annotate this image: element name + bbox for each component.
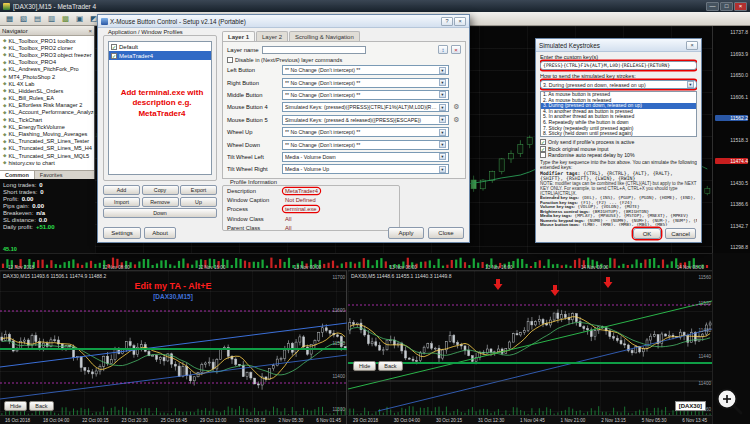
close-button[interactable]: ×: [686, 41, 698, 50]
zoom-icon[interactable]: [714, 386, 744, 416]
trade-info-value: 0.00: [32, 203, 44, 210]
about-button[interactable]: About: [144, 227, 176, 239]
time-label: 29 Oct 2018: [353, 418, 378, 423]
mouse-action-dropdown[interactable]: Media - Volume Up: [282, 164, 449, 174]
profile-action-button[interactable]: Import: [103, 197, 140, 207]
chart-profiles-icon[interactable]: ▧: [17, 13, 30, 25]
terminal-panel-icon[interactable]: ▣: [73, 13, 86, 25]
navigator-item[interactable]: KL_Andrews_PitchFork_Pro: [0, 66, 94, 73]
navigator-item[interactable]: KL 4X Lab: [0, 80, 94, 87]
how-to-send-label: How to send the simulated key strokes:: [540, 73, 697, 80]
send-mode-dropdown[interactable]: 3. During (pressed on down, released on …: [540, 80, 697, 89]
script-icon: [3, 160, 6, 165]
navigator-item[interactable]: KL_Truncated_SR_Lines_Tester: [0, 138, 94, 145]
navigator-item[interactable]: KL_Truncated_SR_Lines_MQL5: [0, 152, 94, 159]
mouse-action-dropdown[interactable]: Media - Volume Down: [282, 152, 449, 162]
checkbox-icon[interactable]: [111, 53, 117, 59]
navigator-item[interactable]: KL_Toolbox_PRO4: [0, 59, 94, 66]
chart-right[interactable]: DAX30,M5 11448.6 11455.1 11440.3 11449.8…: [348, 270, 712, 424]
navigator-item[interactable]: KL_Effortless Risk Manager 2: [0, 102, 94, 109]
navigator-item[interactable]: MT4_PhotoShop 2: [0, 73, 94, 80]
navigator-item[interactable]: KL_Truncated_SR_Lines_M5_H4: [0, 145, 94, 152]
layer-tab[interactable]: Layer 1: [222, 31, 255, 41]
apply-button[interactable]: Apply: [388, 227, 424, 239]
trade-info-row: Daily profit: +51.00: [3, 224, 92, 231]
close-button[interactable]: ×: [454, 17, 466, 26]
minimize-button[interactable]: —: [706, 2, 719, 11]
send-mode-option[interactable]: 8. Sticky (held down until pressed again…: [541, 131, 696, 137]
script-icon: [3, 103, 6, 108]
market-watch-icon[interactable]: ▤: [31, 13, 44, 25]
navigator-item[interactable]: history.csv to chart: [0, 159, 94, 166]
settings-button[interactable]: Settings: [103, 227, 141, 239]
checkbox-icon[interactable]: [111, 44, 117, 50]
disable-layer-label: Disable in (Next/Previous) layer command…: [235, 57, 342, 63]
data-window-icon[interactable]: ▥: [45, 13, 58, 25]
swap-layers-icon[interactable]: ↕: [438, 45, 448, 54]
mouse-action-dropdown[interactable]: Simulated Keys: (pressed & released)({PR…: [282, 115, 449, 125]
sim-option-row[interactable]: Randomise auto repeat delay by 10%: [540, 152, 697, 158]
new-chart-icon[interactable]: ▦: [3, 13, 16, 25]
custom-keys-input[interactable]: {PRESS}{CTRL}F1%{ALT}M,L0D){RELEASE}{RET…: [540, 61, 697, 70]
navigator-tab[interactable]: Common: [0, 171, 35, 179]
navigator-tab[interactable]: Favorites: [35, 171, 68, 179]
price-label: 11650.0: [715, 72, 748, 78]
mouse-action-dropdown[interactable]: ** No Change (Don't intercept) **: [282, 65, 449, 75]
navigator-item[interactable]: KL_Flashing_Moving_Averages: [0, 130, 94, 137]
hide-button[interactable]: Hide: [4, 401, 27, 411]
profile-action-button[interactable]: Copy: [142, 185, 179, 195]
back-button[interactable]: Back: [378, 361, 402, 371]
help-button[interactable]: ?: [441, 17, 453, 26]
profile-action-button[interactable]: Remove: [142, 197, 179, 207]
time-label: 18 Oct 04:00: [43, 418, 69, 423]
profile-action-button[interactable]: Export: [180, 185, 217, 195]
ok-button[interactable]: OK: [633, 228, 661, 239]
mouse-action-dropdown[interactable]: ** No Change (Don't intercept) **: [282, 127, 449, 137]
profile-action-button[interactable]: Add: [103, 185, 140, 195]
navigator-item[interactable]: KL_Account_Performance_Analyzer: [0, 109, 94, 116]
navigator-item[interactable]: KL_EnergyTickVolume: [0, 123, 94, 130]
close-dialog-button[interactable]: Close: [428, 227, 464, 239]
mouse-action-dropdown[interactable]: Simulated Keys: (pressed)({PRESS}{CTRL}F…: [282, 102, 449, 112]
checkbox-icon[interactable]: [540, 139, 546, 145]
navigator-item[interactable]: KL_TickChart: [0, 116, 94, 123]
mouse-action-dropdown[interactable]: ** No Change (Don't intercept) **: [282, 140, 449, 150]
layer-tab[interactable]: Layer 2: [256, 31, 288, 41]
hide-button[interactable]: Hide: [353, 361, 376, 371]
navigator-item[interactable]: KL_HiddenSL_Orders: [0, 87, 94, 94]
navigator-close-icon[interactable]: ×: [88, 28, 92, 34]
clear-layer-icon[interactable]: ×: [451, 45, 461, 54]
navigator-item[interactable]: KL_Toolbox_PRO2 cloner: [0, 44, 94, 51]
navigator-item[interactable]: KL_Toolbox_PRO1 toolbox: [0, 37, 94, 44]
sim-titlebar[interactable]: Simulated Keystrokes ×: [536, 39, 701, 52]
navigator-item[interactable]: KL_Bill_Rules_EA: [0, 95, 94, 102]
back-button[interactable]: Back: [29, 401, 53, 411]
navigator-panel-icon[interactable]: ▩: [59, 13, 72, 25]
maximize-button[interactable]: □: [720, 2, 733, 11]
chart-left[interactable]: DAX30,M15 11493.6 11506.1 11474.9 11488.…: [0, 270, 347, 424]
profile-action-button[interactable]: Down: [103, 208, 217, 218]
simulated-keystrokes-dialog: Simulated Keystrokes × Enter the custom …: [535, 38, 702, 243]
settings-gear-icon[interactable]: ⚙: [452, 116, 461, 124]
profile-item[interactable]: Default: [109, 42, 211, 51]
close-button[interactable]: ×: [734, 2, 747, 11]
settings-gear-icon[interactable]: ⚙: [452, 103, 461, 111]
tick-volume-band[interactable]: 12 Nov 201812 Nov 08:0012 Nov 16:0013 No…: [0, 253, 712, 270]
cancel-button[interactable]: Cancel: [665, 228, 696, 239]
key-tags-label: Numeric keypad tags:: [540, 219, 585, 223]
layer-tab[interactable]: Scrolling & Navigation: [289, 31, 360, 41]
checkbox-icon[interactable]: [540, 146, 546, 152]
mouse-action-dropdown[interactable]: ** No Change (Don't intercept) **: [282, 90, 449, 100]
checkbox-icon[interactable]: [540, 152, 546, 158]
profile-action-button[interactable]: Up: [180, 197, 217, 207]
layer-name-input[interactable]: [262, 46, 366, 54]
checkbox-icon[interactable]: [227, 57, 233, 63]
mouse-action-dropdown[interactable]: ** No Change (Don't intercept) **: [282, 78, 449, 88]
mouse-button-label: Mouse Button 5: [227, 117, 279, 123]
navigator-item-label: MT4_PhotoShop 2: [8, 74, 55, 80]
navigator-item[interactable]: KL_Toolbox_PRO3 object freezer: [0, 51, 94, 58]
mouse-button-row: Tilt Wheel Right Media - Volume Up ⚙: [227, 163, 461, 175]
profile-item[interactable]: MetaTrader4: [109, 51, 211, 60]
xmouse-titlebar[interactable]: X-Mouse Button Control - Setup v2.14 (Po…: [98, 15, 469, 28]
mouse-button-label: Tilt Wheel Right: [227, 166, 279, 172]
